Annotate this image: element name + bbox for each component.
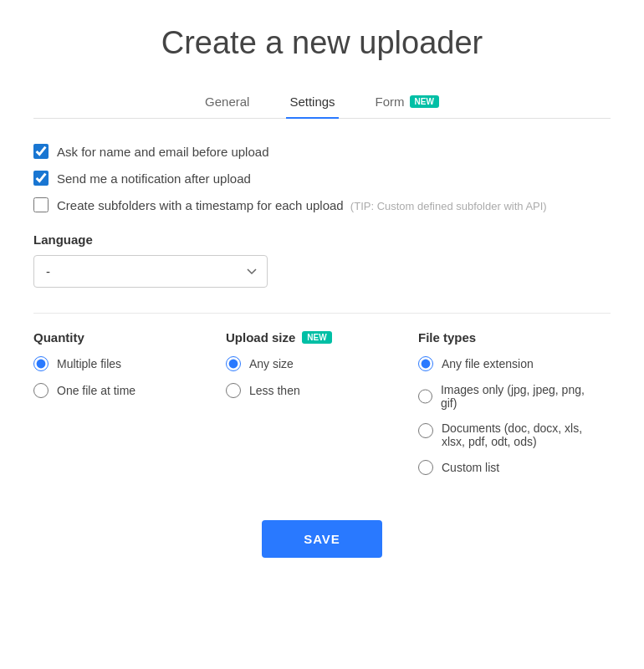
radio-custom-list[interactable] — [418, 460, 433, 475]
radio-row-multiple: Multiple files — [33, 356, 209, 371]
tab-bar: General Settings Form NEW — [33, 86, 611, 119]
radio-custom-label: Custom list — [442, 461, 499, 474]
tab-settings[interactable]: Settings — [286, 86, 338, 119]
upload-size-column: Upload size NEW Any size Less then — [226, 330, 418, 487]
checkbox-notification-label: Send me a notification after upload — [57, 171, 251, 186]
checkbox-name-email-label: Ask for name and email before upload — [57, 145, 268, 159]
upload-size-title: Upload size NEW — [226, 330, 401, 345]
radio-one-file-label: One file at time — [57, 384, 135, 397]
radio-images-label: Images only (jpg, jpeg, png, gif) — [441, 383, 594, 410]
page-title: Create a new uploader — [33, 25, 611, 61]
radio-row-less-then: Less then — [226, 383, 401, 398]
checkbox-subfolders[interactable] — [33, 197, 49, 212]
radio-row-images: Images only (jpg, jpeg, png, gif) — [418, 383, 594, 410]
file-types-title: File types — [418, 330, 594, 345]
options-row: Quantity Multiple files One file at time… — [33, 330, 611, 487]
tab-form-label: Form — [376, 94, 405, 109]
tab-form[interactable]: Form NEW — [372, 86, 442, 119]
language-section: Language - — [33, 232, 611, 288]
checkbox-name-email[interactable] — [33, 144, 49, 159]
radio-one-file[interactable] — [33, 383, 49, 398]
radio-less-then-label: Less then — [249, 384, 300, 397]
file-types-column: File types Any file extension Images onl… — [418, 330, 611, 487]
save-section: SAVE — [33, 520, 611, 558]
radio-any-ext[interactable] — [418, 356, 433, 371]
settings-checkboxes: Ask for name and email before upload Sen… — [33, 144, 611, 212]
quantity-column: Quantity Multiple files One file at time — [33, 330, 226, 487]
quantity-title: Quantity — [33, 330, 209, 345]
radio-any-ext-label: Any file extension — [442, 357, 534, 370]
tab-general[interactable]: General — [202, 86, 253, 119]
radio-row-one: One file at time — [33, 383, 209, 398]
radio-multiple-files-label: Multiple files — [57, 357, 121, 370]
checkbox-notification[interactable] — [33, 171, 49, 186]
radio-row-any-size: Any size — [226, 356, 401, 371]
tab-form-badge: NEW — [410, 95, 439, 108]
radio-any-size-label: Any size — [249, 357, 294, 370]
upload-size-badge: NEW — [302, 331, 331, 344]
section-divider — [33, 313, 611, 314]
radio-any-size[interactable] — [226, 356, 241, 371]
radio-row-any-ext: Any file extension — [418, 356, 594, 371]
tab-general-label: General — [205, 94, 249, 109]
save-button[interactable]: SAVE — [262, 520, 382, 558]
checkbox-subfolders-label: Create subfolders with a timestamp for e… — [57, 198, 547, 212]
checkbox-row-1: Ask for name and email before upload — [33, 144, 611, 159]
checkbox-subfolders-tip: (TIP: Custom defined subfolder with API) — [350, 200, 547, 212]
language-label: Language — [33, 232, 611, 247]
radio-documents-label: Documents (doc, docx, xls, xlsx, pdf, od… — [442, 421, 594, 448]
radio-row-custom: Custom list — [418, 460, 594, 475]
radio-documents[interactable] — [418, 423, 433, 438]
radio-multiple-files[interactable] — [33, 356, 49, 371]
checkbox-row-3: Create subfolders with a timestamp for e… — [33, 197, 611, 212]
checkbox-row-2: Send me a notification after upload — [33, 171, 611, 186]
tab-settings-label: Settings — [289, 94, 335, 109]
radio-row-docs: Documents (doc, docx, xls, xlsx, pdf, od… — [418, 421, 594, 448]
radio-images-only[interactable] — [418, 389, 432, 404]
radio-less-then[interactable] — [226, 383, 241, 398]
language-select[interactable]: - — [33, 255, 268, 288]
